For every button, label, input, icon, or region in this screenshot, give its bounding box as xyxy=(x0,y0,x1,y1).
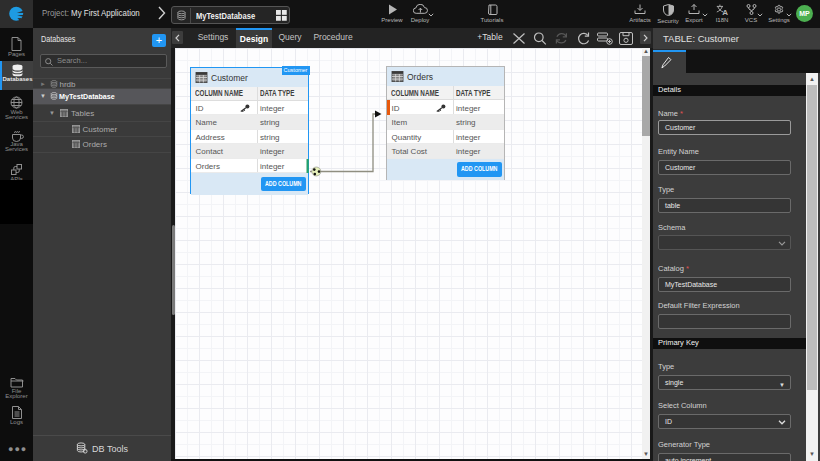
svg-text:A: A xyxy=(722,8,728,16)
